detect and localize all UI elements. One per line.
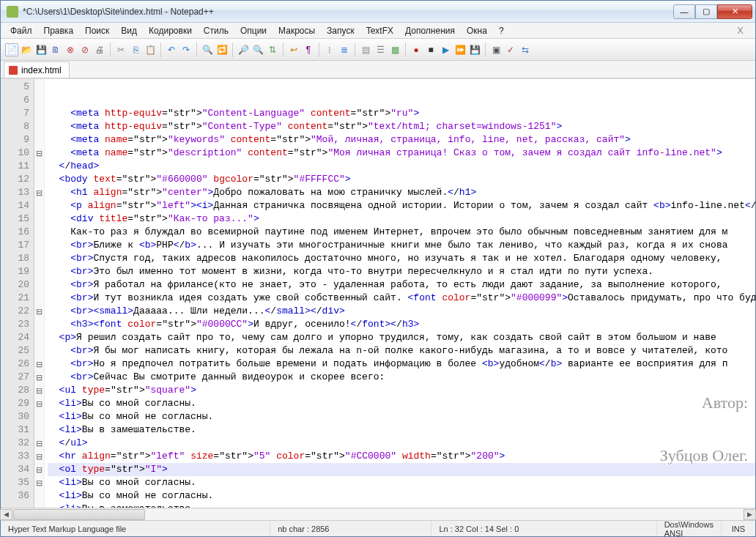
print-icon[interactable]: 🖨 [93,43,106,56]
user-lang-icon[interactable]: ≣ [338,43,351,56]
status-chars: nb char : 2856 [270,521,431,536]
spellcheck-icon[interactable]: ✓ [504,43,517,56]
close-all-icon[interactable]: ⊘ [78,43,92,56]
compare-icon[interactable]: ⇆ [519,43,532,56]
menubar-close-x[interactable]: X [737,25,751,36]
menu-plugins[interactable]: Дополнения [400,24,460,37]
status-filetype: Hyper Text Markup Language file [1,521,270,536]
cut-icon[interactable]: ✂ [114,43,127,56]
save-icon[interactable]: 💾 [34,43,48,56]
hex-icon[interactable]: ▣ [489,43,503,56]
indent-guide-icon[interactable]: ⫶ [323,43,336,56]
toolbar: 📄 📂 💾 🗎 ⊗ ⊘ 🖨 ✂ ⎘ 📋 ↶ ↷ 🔍 🔁 🔎 🔍 ⇅ ↩ ¶ ⫶ … [1,39,755,61]
menu-run[interactable]: Запуск [322,24,360,37]
scroll-thumb[interactable] [13,509,145,520]
folder-view-icon[interactable]: ▦ [388,43,401,56]
status-encoding: Dos\Windows ANSI [657,521,722,536]
status-position: Ln : 32 Col : 14 Sel : 0 [431,521,656,536]
status-ins: INS [722,521,755,536]
zoom-out-icon[interactable]: 🔍 [251,43,264,56]
macro-stop-icon[interactable]: ■ [424,43,437,56]
fold-column[interactable] [34,79,45,508]
copy-icon[interactable]: ⎘ [129,43,142,56]
macro-play-icon[interactable]: ▶ [439,43,452,56]
new-file-icon[interactable]: 📄 [5,43,18,56]
macro-record-icon[interactable]: ● [410,43,423,56]
menu-macros[interactable]: Макросы [273,24,320,37]
menu-encoding[interactable]: Кодировки [144,24,197,37]
replace-icon[interactable]: 🔁 [215,43,229,56]
menu-windows[interactable]: Окна [462,24,492,37]
scroll-left-arrow[interactable]: ◀ [0,509,12,520]
line-number-gutter: 5678910111213141516171819202122232425262… [1,79,34,508]
tab-label: index.html [21,65,62,75]
scroll-track[interactable] [13,509,743,520]
wrap-icon[interactable]: ↩ [287,43,300,56]
menu-help[interactable]: ? [494,24,509,37]
menu-style[interactable]: Стиль [199,24,234,37]
tab-index-html[interactable]: index.html [4,62,70,78]
app-icon [7,6,18,18]
macro-save-icon[interactable]: 💾 [468,43,481,56]
sync-scroll-icon[interactable]: ⇅ [266,43,279,56]
app-window: *C:\Users\1\Desktop\Site\index.html - No… [0,0,756,537]
editor: 5678910111213141516171819202122232425262… [1,78,755,508]
menu-search[interactable]: Поиск [80,24,114,37]
save-all-icon[interactable]: 🗎 [49,43,62,56]
func-list-icon[interactable]: ☰ [374,43,387,56]
open-file-icon[interactable]: 📂 [20,43,33,56]
doc-map-icon[interactable]: ▤ [359,43,372,56]
zoom-in-icon[interactable]: 🔎 [237,43,250,56]
menu-file[interactable]: Файл [5,24,37,37]
tab-bar: index.html [1,61,755,78]
maximize-button[interactable]: ▢ [695,4,717,19]
close-button[interactable]: ✕ [717,4,752,19]
redo-icon[interactable]: ↷ [179,43,193,56]
menu-view[interactable]: Вид [116,24,142,37]
window-title: *C:\Users\1\Desktop\Site\index.html - No… [23,7,673,17]
undo-icon[interactable]: ↶ [165,43,178,56]
horizontal-scrollbar[interactable]: ◀ ▶ [1,508,755,520]
scroll-right-arrow[interactable]: ▶ [744,509,756,520]
menu-textfx[interactable]: TextFX [361,24,399,37]
minimize-button[interactable]: — [673,4,695,19]
titlebar[interactable]: *C:\Users\1\Desktop\Site\index.html - No… [1,1,755,23]
code-area[interactable]: <meta http-equiv="str">"Content-Language… [45,79,755,508]
file-icon [9,66,18,75]
find-icon[interactable]: 🔍 [201,43,214,56]
close-doc-icon[interactable]: ⊗ [64,43,77,56]
paste-icon[interactable]: 📋 [144,43,157,56]
menu-edit[interactable]: Правка [39,24,79,37]
show-all-chars-icon[interactable]: ¶ [302,43,315,56]
macro-repeat-icon[interactable]: ⏩ [453,43,467,56]
menubar: Файл Правка Поиск Вид Кодировки Стиль Оп… [1,23,755,39]
window-controls: — ▢ ✕ [673,4,752,19]
statusbar: Hyper Text Markup Language file nb char … [1,520,755,536]
menu-options[interactable]: Опции [235,24,272,37]
